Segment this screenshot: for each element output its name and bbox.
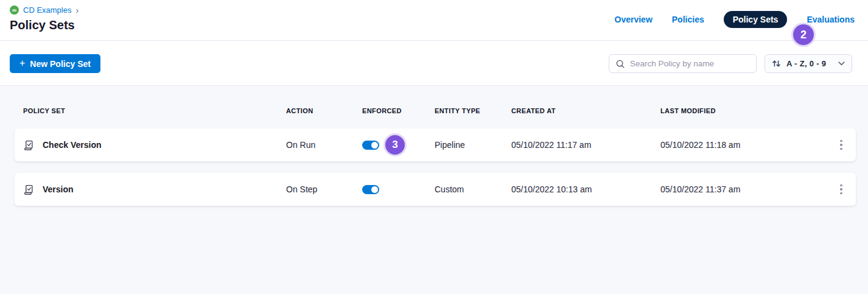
policy-action: On Step	[286, 184, 362, 194]
enforced-toggle[interactable]	[362, 141, 379, 150]
tab-overview[interactable]: Overview	[615, 15, 653, 24]
cd-module-icon: ∞	[10, 5, 19, 15]
breadcrumb: ∞ CD Examples ›	[10, 5, 79, 15]
table-row[interactable]: Check Version On Run 3 Pipeline 05/10/20…	[15, 128, 856, 161]
toggle-knob	[371, 142, 378, 149]
col-header-entity-type: ENTITY TYPE	[435, 107, 511, 114]
last-modified: 05/10/2022 11:18 am	[660, 140, 827, 150]
col-header-enforced: ENFORCED	[362, 107, 435, 114]
created-at: 05/10/2022 11:17 am	[511, 140, 660, 150]
policy-set-icon	[23, 139, 35, 151]
policy-set-name[interactable]: Check Version	[43, 140, 102, 150]
toolbar: + New Policy Set A - Z, 0 - 9	[0, 41, 868, 86]
search-box[interactable]	[609, 54, 757, 73]
toggle-knob	[371, 186, 378, 193]
last-modified: 05/10/2022 11:37 am	[660, 184, 827, 194]
policy-set-name[interactable]: Version	[43, 184, 74, 194]
top-nav-tabs: Overview Policies Policy Sets Evaluation…	[615, 11, 855, 28]
enforced-toggle[interactable]	[362, 185, 379, 194]
annotation-step-2-badge: 2	[793, 24, 814, 45]
table-row[interactable]: Version On Step Custom 05/10/2022 10:13 …	[15, 173, 856, 206]
row-menu-kebab-icon[interactable]	[835, 181, 847, 198]
tab-evaluations[interactable]: Evaluations	[807, 15, 855, 24]
search-input[interactable]	[630, 59, 750, 68]
entity-type: Custom	[435, 184, 511, 194]
tab-policy-sets-active[interactable]: Policy Sets	[724, 11, 788, 28]
breadcrumb-chevron-icon: ›	[75, 5, 79, 15]
table-header-row: POLICY SET ACTION ENFORCED ENTITY TYPE C…	[15, 107, 856, 114]
page-title: Policy Sets	[10, 18, 75, 32]
search-icon	[615, 59, 625, 69]
row-menu-kebab-icon[interactable]	[835, 136, 847, 154]
col-header-created-at: CREATED AT	[511, 107, 660, 114]
new-policy-set-button[interactable]: + New Policy Set	[10, 54, 100, 73]
tab-policies[interactable]: Policies	[672, 15, 704, 24]
created-at: 05/10/2022 10:13 am	[511, 184, 660, 194]
page-header: ∞ CD Examples › Policy Sets Overview Pol…	[0, 0, 868, 41]
breadcrumb-project-link[interactable]: CD Examples	[23, 5, 71, 15]
sort-arrows-icon	[772, 59, 781, 68]
sort-dropdown[interactable]: A - Z, 0 - 9	[765, 54, 852, 73]
policy-set-icon	[23, 184, 35, 195]
sort-dropdown-value: A - Z, 0 - 9	[786, 59, 826, 68]
col-header-policy-set: POLICY SET	[23, 107, 286, 114]
col-header-action: ACTION	[286, 107, 362, 114]
plus-icon: +	[19, 58, 25, 69]
new-policy-set-button-label: New Policy Set	[30, 59, 91, 69]
chevron-down-icon	[838, 61, 845, 66]
col-header-last-modified: LAST MODIFIED	[660, 107, 827, 114]
annotation-step-3-badge: 3	[385, 135, 405, 155]
entity-type: Pipeline	[435, 140, 511, 150]
policy-sets-table-section: POLICY SET ACTION ENFORCED ENTITY TYPE C…	[0, 86, 868, 294]
policy-action: On Run	[286, 140, 362, 150]
